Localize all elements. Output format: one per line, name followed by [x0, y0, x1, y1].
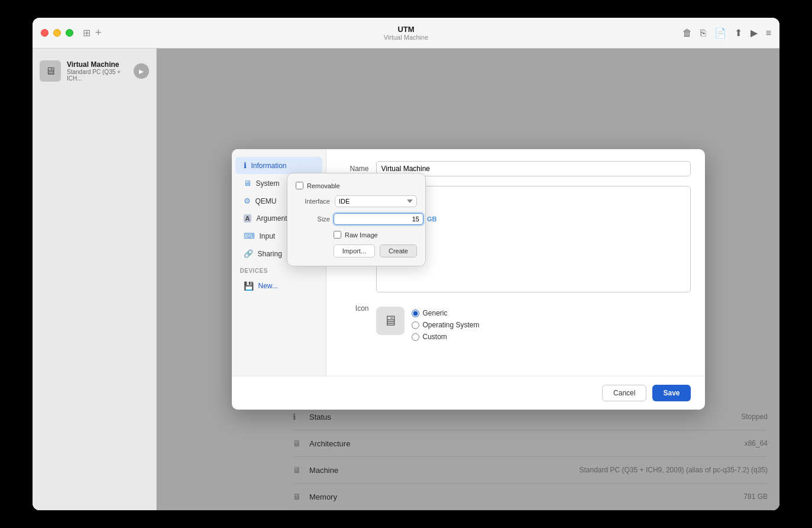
nav-sharing-label: Sharing — [258, 250, 282, 258]
interface-label: Interface — [296, 198, 330, 205]
cancel-button[interactable]: Cancel — [602, 385, 646, 401]
raw-image-checkbox[interactable] — [334, 231, 341, 239]
radio-generic-input[interactable] — [412, 310, 419, 317]
new-icon: 💾 — [244, 281, 254, 291]
radio-custom-input[interactable] — [412, 333, 419, 341]
removable-label: Removable — [307, 182, 340, 189]
play-icon[interactable]: ▶ — [750, 27, 758, 38]
nav-arguments-label: Arguments — [256, 214, 290, 223]
size-label: Size — [296, 215, 330, 223]
modal-overlay: ℹ Information 🖥 System ⚙ QEMU — [157, 49, 779, 510]
icon-label: Icon — [341, 304, 369, 313]
radio-os-label: Operating System — [423, 321, 480, 329]
nav-qemu-label: QEMU — [255, 197, 277, 205]
icon-section: 🖥 Generic Operating System — [376, 307, 480, 341]
save-button[interactable]: Save — [652, 385, 690, 401]
vm-name: Virtual Machine — [67, 60, 128, 69]
radio-generic[interactable]: Generic — [412, 309, 480, 317]
name-label: Name — [341, 165, 369, 173]
create-button[interactable]: Create — [380, 244, 417, 257]
maximize-button[interactable] — [66, 29, 73, 37]
nav-new-item[interactable]: 💾 New... — [235, 277, 322, 295]
vm-icon: 🖥 — [40, 60, 61, 82]
size-input[interactable] — [334, 213, 423, 225]
add-button[interactable]: + — [95, 27, 102, 39]
import-button[interactable]: Import... — [334, 244, 375, 257]
icon-radio-group: Generic Operating System C — [412, 309, 480, 341]
interface-select[interactable]: IDE SATA NVMe VirtIO — [335, 195, 417, 207]
nav-input-label: Input — [260, 232, 276, 240]
share-icon[interactable]: ⬆ — [735, 27, 742, 38]
radio-custom-label: Custom — [423, 333, 447, 341]
nav-new-label: New... — [258, 282, 278, 290]
app-title: UTM — [384, 25, 429, 34]
radio-custom[interactable]: Custom — [412, 333, 480, 341]
sidebar: 🖥 Virtual Machine Standard PC (Q35 + ICH… — [33, 49, 157, 510]
nav-system-label: System — [256, 179, 280, 188]
close-button[interactable] — [41, 29, 48, 37]
nav-item-information[interactable]: ℹ Information — [235, 157, 322, 174]
titlebar-center: UTM Virtual Machine — [384, 25, 429, 41]
arguments-icon: A — [244, 214, 252, 223]
main-layout: 🖥 Virtual Machine Standard PC (Q35 + ICH… — [33, 49, 779, 510]
traffic-lights — [41, 29, 73, 37]
app-window: ⊞ + UTM Virtual Machine 🗑 ⎘ 📄 ⬆ ▶ ≡ 🖥 Vi… — [33, 18, 779, 510]
radio-os-input[interactable] — [412, 321, 419, 329]
settings-icon[interactable]: ≡ — [766, 28, 771, 38]
raw-image-label: Raw Image — [345, 231, 378, 239]
app-subtitle: Virtual Machine — [384, 34, 429, 41]
titlebar: ⊞ + UTM Virtual Machine 🗑 ⎘ 📄 ⬆ ▶ ≡ — [33, 18, 779, 49]
drive-popover: Removable Interface IDE SATA NVMe VirtIO… — [287, 173, 426, 266]
vm-play-button[interactable]: ▶ — [134, 63, 149, 79]
interface-row: Interface IDE SATA NVMe VirtIO — [296, 195, 417, 207]
titlebar-actions: 🗑 ⎘ 📄 ⬆ ▶ ≡ — [682, 27, 771, 38]
vm-info: Virtual Machine Standard PC (Q35 + ICH..… — [67, 60, 128, 82]
removable-checkbox[interactable] — [296, 182, 303, 189]
delete-icon[interactable]: 🗑 — [682, 28, 692, 38]
vm-desc: Standard PC (Q35 + ICH... — [67, 69, 128, 82]
icon-field-row: Icon 🖥 Generic — [341, 302, 691, 341]
export-icon[interactable]: 📄 — [714, 27, 726, 38]
radio-generic-label: Generic — [423, 309, 448, 317]
size-row: Size GB — [296, 213, 417, 225]
removable-row: Removable — [296, 182, 417, 189]
modal-footer: Cancel Save — [232, 376, 705, 410]
popover-buttons: Import... Create — [296, 244, 417, 257]
information-icon: ℹ — [244, 161, 247, 170]
raw-image-row: Raw Image — [296, 231, 417, 239]
nav-information-label: Information — [251, 162, 287, 170]
size-unit: GB — [427, 215, 437, 223]
content-area: ℹ Status Stopped 🖥 Architecture x86_64 🖥… — [157, 49, 779, 510]
copy-icon[interactable]: ⎘ — [700, 28, 706, 38]
sidebar-vm-item[interactable]: 🖥 Virtual Machine Standard PC (Q35 + ICH… — [33, 56, 156, 86]
input-icon: ⌨ — [244, 231, 255, 240]
sharing-icon: 🔗 — [244, 249, 253, 258]
radio-os[interactable]: Operating System — [412, 321, 480, 329]
sidebar-toggle-icon[interactable]: ⊞ — [83, 27, 90, 38]
minimize-button[interactable] — [53, 29, 61, 37]
qemu-icon: ⚙ — [244, 197, 251, 205]
system-icon: 🖥 — [244, 179, 251, 188]
icon-preview: 🖥 — [376, 307, 405, 335]
